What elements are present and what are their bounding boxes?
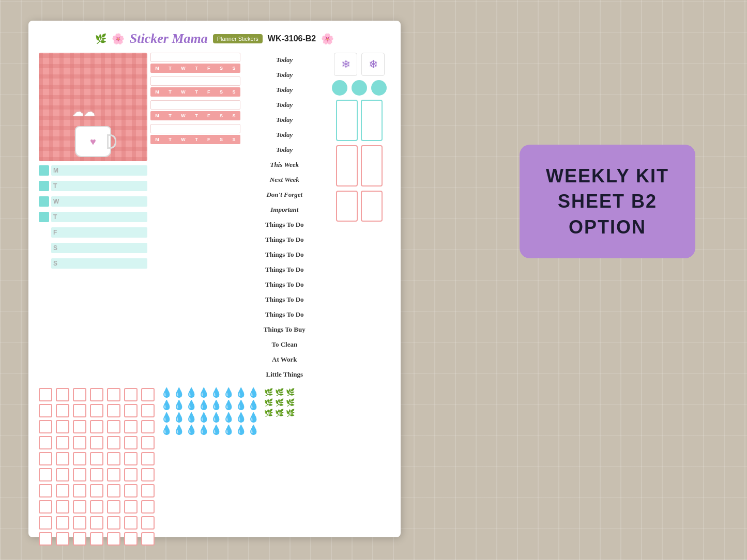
label-today-4: Today bbox=[243, 98, 326, 112]
snowflake-2: ❄ bbox=[361, 53, 385, 76]
mug-body: ♥ bbox=[75, 126, 111, 157]
teal-dot-2 bbox=[352, 80, 367, 96]
drop-25: 💧 bbox=[161, 425, 172, 434]
cb-61 bbox=[107, 516, 120, 530]
drop-9: 💧 bbox=[161, 400, 172, 410]
cb-3 bbox=[73, 388, 86, 401]
rect-pink-2 bbox=[361, 145, 383, 186]
label-today-2: Today bbox=[243, 68, 326, 82]
today-label-col: Today Today Today Today Today Today Toda… bbox=[243, 53, 326, 382]
cb-64 bbox=[39, 532, 52, 546]
info-box: WEEKLY KIT SHEET B2 OPTION bbox=[520, 145, 695, 258]
cb-5 bbox=[107, 388, 120, 401]
cb-42 bbox=[141, 468, 155, 481]
label-today-6: Today bbox=[243, 128, 326, 142]
drops-row-1: 💧 💧 💧 💧 💧 💧 💧 💧 bbox=[161, 388, 259, 397]
cal-blank-1 bbox=[150, 53, 240, 62]
mini-sf-7: 🌿 bbox=[264, 409, 273, 417]
day-row-t2: T bbox=[39, 210, 147, 224]
cal-days-2: MTWTFSS bbox=[150, 87, 240, 97]
day-checkbox-s1 bbox=[39, 243, 49, 253]
cb-8 bbox=[39, 404, 52, 417]
day-checkbox-s2 bbox=[39, 258, 49, 269]
cb-57 bbox=[39, 516, 52, 530]
cb-20 bbox=[124, 420, 138, 433]
day-row-m: M bbox=[39, 163, 147, 178]
cb-2 bbox=[56, 388, 69, 401]
teal-dot-3 bbox=[371, 80, 387, 96]
drops-row-4: 💧 💧 💧 💧 💧 💧 💧 💧 bbox=[161, 425, 259, 434]
day-bar-m: M bbox=[51, 165, 147, 176]
cb-37 bbox=[56, 468, 69, 481]
drop-11: 💧 bbox=[186, 400, 197, 410]
cb-43 bbox=[39, 484, 52, 497]
day-bar-t2: T bbox=[51, 212, 147, 222]
cal-row-4: MTWTFSS bbox=[150, 124, 240, 144]
left-col: ☁☁ ♥ M T W bbox=[39, 53, 147, 382]
cb-34 bbox=[124, 452, 138, 465]
rect-pink-4 bbox=[361, 191, 383, 222]
rect-pink-3 bbox=[336, 191, 358, 222]
drop-13: 💧 bbox=[210, 400, 222, 410]
cal-days-1: MTWTFSS bbox=[150, 64, 240, 73]
cb-55 bbox=[124, 500, 138, 514]
drop-28: 💧 bbox=[198, 425, 209, 434]
day-checkbox-m bbox=[39, 165, 49, 176]
label-today-7: Today bbox=[243, 143, 326, 157]
dot-trio bbox=[332, 80, 387, 96]
label-things-5: Things To Do bbox=[243, 277, 326, 292]
cal-blank-3 bbox=[150, 100, 240, 110]
drop-14: 💧 bbox=[223, 400, 234, 410]
drop-20: 💧 bbox=[198, 413, 209, 422]
label-today-5: Today bbox=[243, 113, 326, 127]
cb-30 bbox=[56, 452, 69, 465]
mini-sf-row-2: 🌿 🌿 🌿 bbox=[264, 398, 295, 407]
flower-left-icon: 🌸 bbox=[112, 33, 125, 45]
cb-58 bbox=[56, 516, 69, 530]
cb-24 bbox=[73, 436, 86, 449]
cb-46 bbox=[90, 484, 103, 497]
cb-15 bbox=[39, 420, 52, 433]
drop-12: 💧 bbox=[198, 400, 209, 410]
teal-dot-1 bbox=[332, 80, 347, 96]
days-section: M T W T F bbox=[39, 163, 147, 271]
info-line1: WEEKLY KIT bbox=[546, 166, 669, 186]
mini-sf-row-3: 🌿 🌿 🌿 bbox=[264, 409, 295, 417]
day-bar-f: F bbox=[51, 227, 147, 238]
label-things-3: Things To Do bbox=[243, 247, 326, 262]
drop-21: 💧 bbox=[210, 413, 222, 422]
mini-sf-5: 🌿 bbox=[275, 398, 284, 407]
checkbox-grid bbox=[39, 388, 156, 546]
cb-47 bbox=[107, 484, 120, 497]
day-row-s1: S bbox=[39, 241, 147, 255]
cb-52 bbox=[73, 500, 86, 514]
mini-snowflake-col: 🌿 🌿 🌿 🌿 🌿 🌿 🌿 🌿 🌿 bbox=[264, 388, 295, 546]
cb-66 bbox=[73, 532, 86, 546]
plaid-section: ☁☁ ♥ bbox=[39, 53, 147, 161]
drops-section: 💧 💧 💧 💧 💧 💧 💧 💧 💧 💧 💧 💧 💧 💧 💧 💧 bbox=[161, 388, 259, 546]
info-line2: SHEET B2 bbox=[558, 191, 657, 212]
info-line3: OPTION bbox=[569, 217, 646, 238]
day-row-w: W bbox=[39, 194, 147, 209]
cb-60 bbox=[90, 516, 103, 530]
drop-27: 💧 bbox=[186, 425, 197, 434]
mini-sf-4: 🌿 bbox=[264, 398, 273, 407]
cb-10 bbox=[73, 404, 86, 417]
cb-70 bbox=[141, 532, 155, 546]
drop-23: 💧 bbox=[235, 413, 247, 422]
cb-53 bbox=[90, 500, 103, 514]
cb-38 bbox=[73, 468, 86, 481]
top-section: ☁☁ ♥ M T W bbox=[39, 53, 390, 382]
drop-32: 💧 bbox=[248, 425, 259, 434]
cal-days-3: MTWTFSS bbox=[150, 111, 240, 120]
mini-sf-3: 🌿 bbox=[286, 388, 295, 396]
mug-sticker: ☁☁ ♥ bbox=[70, 111, 116, 157]
drop-3: 💧 bbox=[186, 388, 197, 397]
drop-2: 💧 bbox=[173, 388, 185, 397]
drop-1: 💧 bbox=[161, 388, 172, 397]
rect-teal-1 bbox=[336, 100, 358, 141]
cb-18 bbox=[90, 420, 103, 433]
drops-row-2: 💧 💧 💧 💧 💧 💧 💧 💧 bbox=[161, 400, 259, 410]
drop-6: 💧 bbox=[223, 388, 234, 397]
cb-31 bbox=[73, 452, 86, 465]
